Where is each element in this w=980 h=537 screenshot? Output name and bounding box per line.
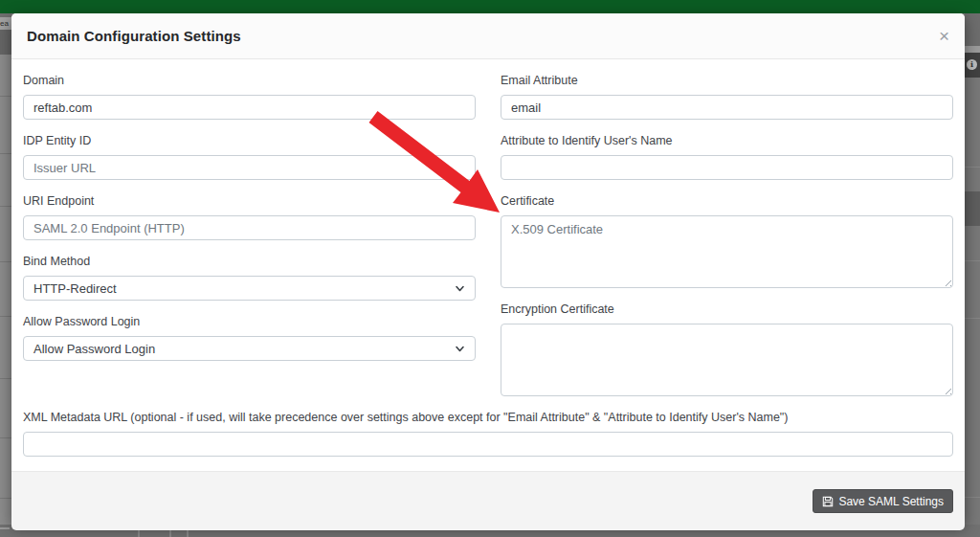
domain-configuration-modal: Domain Configuration Settings × Domain I… — [11, 13, 965, 525]
allow-password-login-selected-value: Allow Password Login — [33, 342, 455, 356]
background-page-right-edge: i — [965, 13, 980, 537]
background-top-nav-bar — [0, 0, 980, 13]
modal-header: Domain Configuration Settings × — [11, 13, 965, 59]
background-row-divider — [0, 498, 11, 499]
background-fragment — [0, 30, 11, 55]
background-row-divider — [0, 96, 11, 97]
background-row-divider — [965, 318, 980, 319]
right-column: Email Attribute Attribute to Identify Us… — [501, 74, 953, 411]
modal-footer: Save SAML Settings — [11, 471, 965, 530]
domain-label: Domain — [23, 74, 476, 87]
xml-metadata-url-label: XML Metadata URL (optional - if used, wi… — [23, 411, 953, 424]
allow-password-login-select[interactable]: Allow Password Login — [23, 336, 476, 361]
background-fragment — [965, 13, 980, 46]
encryption-certificate-field[interactable] — [501, 324, 953, 396]
email-attribute-label: Email Attribute — [501, 74, 953, 87]
allow-password-login-label: Allow Password Login — [23, 315, 476, 328]
bind-method-selected-value: HTTP-Redirect — [33, 281, 455, 296]
background-row-divider — [965, 167, 980, 168]
info-icon: i — [967, 59, 977, 70]
background-row-divider — [0, 206, 11, 207]
close-icon[interactable]: × — [939, 27, 949, 45]
save-icon — [822, 496, 834, 507]
xml-metadata-url-input[interactable] — [23, 432, 953, 457]
xml-metadata-group: XML Metadata URL (optional - if used, wi… — [23, 411, 953, 457]
save-button-label: Save SAML Settings — [838, 495, 944, 508]
background-row-divider — [0, 153, 11, 154]
background-row-divider — [965, 497, 980, 498]
uri-endpoint-input[interactable] — [23, 215, 476, 240]
idp-entity-id-input[interactable] — [23, 155, 476, 180]
domain-input[interactable] — [23, 95, 476, 120]
certificate-label: Certificate — [501, 194, 953, 208]
chevron-down-icon — [455, 344, 465, 354]
email-attribute-input[interactable] — [501, 95, 953, 120]
name-attribute-label: Attribute to Identify User's Name — [501, 134, 953, 147]
save-saml-settings-button[interactable]: Save SAML Settings — [813, 489, 953, 513]
background-fragment — [965, 46, 980, 53]
modal-body: Domain IDP Entity ID URI Endpoint Bind M… — [11, 59, 965, 471]
background-row-divider — [965, 260, 980, 261]
background-row-divider — [0, 437, 11, 438]
background-row-divider — [0, 261, 11, 262]
modal-title: Domain Configuration Settings — [27, 28, 241, 44]
uri-endpoint-label: URI Endpoint — [23, 194, 476, 208]
background-row-divider — [0, 378, 11, 379]
background-row-divider — [0, 316, 11, 317]
chevron-down-icon — [455, 283, 465, 294]
name-attribute-input[interactable] — [501, 155, 953, 180]
bind-method-label: Bind Method — [23, 255, 476, 268]
certificate-field[interactable] — [501, 215, 953, 288]
idp-entity-id-label: IDP Entity ID — [23, 134, 476, 147]
background-fragment — [0, 527, 10, 529]
bind-method-select[interactable]: HTTP-Redirect — [23, 276, 476, 301]
left-column: Domain IDP Entity ID URI Endpoint Bind M… — [23, 74, 476, 411]
background-page-left-edge: ea — [0, 13, 11, 537]
screen: ea i Domain Configuration Settings × — [0, 0, 980, 537]
background-text-fragment: ea — [0, 17, 11, 30]
background-fragment — [965, 191, 980, 226]
encryption-certificate-label: Encryption Certificate — [501, 302, 953, 316]
background-toolbar-fragment: i — [965, 53, 980, 78]
